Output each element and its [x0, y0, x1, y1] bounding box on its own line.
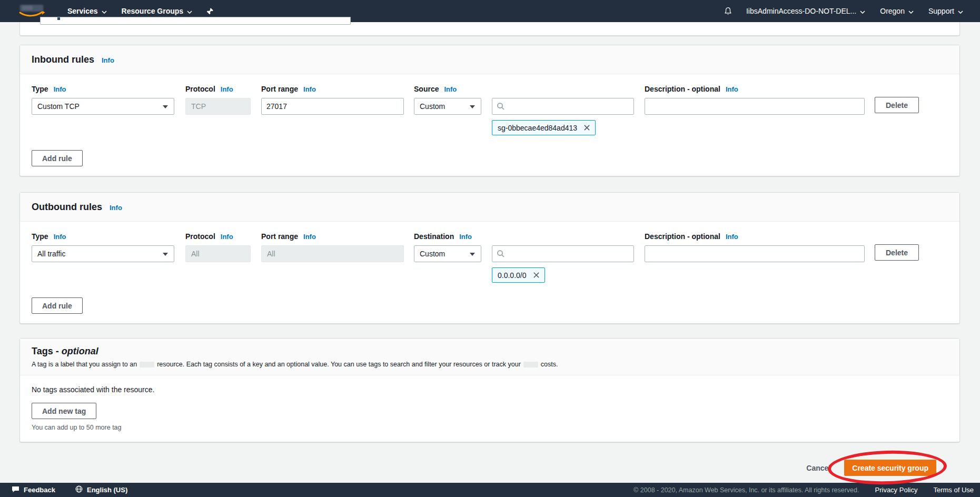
- nav-support-label: Support: [928, 7, 954, 15]
- info-link[interactable]: Info: [459, 233, 472, 241]
- outbound-rules-title: Outbound rules: [32, 202, 102, 213]
- nav-region-selector[interactable]: Oregon: [873, 0, 921, 22]
- inbound-source-select[interactable]: Custom: [414, 98, 481, 115]
- info-link[interactable]: Info: [726, 233, 738, 241]
- outbound-protocol-field: All: [185, 245, 251, 262]
- outbound-type-column: TypeInfo All traffic: [32, 232, 174, 262]
- inbound-source-tag-value: sg-0bbecae4ed84ad413: [498, 124, 577, 132]
- notifications-bell-icon[interactable]: [717, 0, 739, 22]
- inbound-source-column: SourceInfo Custom sg-0bbecae4ed84ad413: [414, 85, 634, 135]
- info-link[interactable]: Info: [110, 204, 122, 212]
- outbound-destination-controls: Custom: [414, 245, 634, 262]
- outbound-destination-tag-chip: 0.0.0.0/0: [492, 267, 545, 283]
- tags-card: Tags - optional A tag is a label that yo…: [19, 338, 960, 442]
- tag-limit-hint: You can add up to 50 more tag: [32, 424, 948, 431]
- info-link[interactable]: Info: [303, 233, 316, 241]
- inbound-type-select[interactable]: Custom TCP: [32, 98, 174, 115]
- info-link[interactable]: Info: [303, 85, 316, 93]
- outbound-rules-body: TypeInfo All traffic ProtocolInfo All Po…: [20, 222, 959, 323]
- type-label: TypeInfo: [32, 232, 174, 241]
- tags-title-optional: optional: [62, 346, 98, 356]
- chevron-down-icon: [908, 7, 914, 15]
- redacted-text-block: [140, 362, 154, 367]
- create-button-wrapper: Create security group: [844, 460, 936, 476]
- outbound-port-range-field: All: [261, 245, 404, 262]
- cancel-button[interactable]: Cancel: [806, 464, 830, 472]
- inbound-add-rule-button[interactable]: Add rule: [32, 150, 83, 166]
- info-link[interactable]: Info: [102, 56, 114, 64]
- tags-header: Tags - optional A tag is a label that yo…: [20, 339, 959, 375]
- feedback-label: Feedback: [24, 486, 55, 494]
- nav-services-label: Services: [67, 7, 98, 15]
- outbound-add-rule-button[interactable]: Add rule: [32, 297, 83, 314]
- language-selector[interactable]: English (US): [75, 485, 127, 494]
- outbound-destination-search: [492, 245, 634, 262]
- inbound-rules-header: Inbound rules Info: [20, 45, 959, 74]
- tags-description-part1: A tag is a label that you assign to an: [32, 361, 137, 368]
- info-link[interactable]: Info: [726, 85, 738, 93]
- chevron-down-icon: [958, 7, 963, 15]
- info-link[interactable]: Info: [54, 85, 66, 93]
- nav-account-menu[interactable]: IibsAdminAccess-DO-NOT-DEL...: [739, 0, 873, 22]
- copyright-text: © 2008 - 2020, Amazon Web Services, Inc.…: [633, 486, 859, 494]
- port-range-label-text: Port range: [261, 85, 298, 93]
- tags-description-part3: costs.: [541, 361, 558, 368]
- clipped-text-input[interactable]: [40, 17, 351, 25]
- inbound-description-input[interactable]: [645, 98, 865, 115]
- outbound-delete-button[interactable]: Delete: [875, 244, 919, 261]
- tags-description-part2: resource. Each tag consists of a key and…: [157, 361, 521, 368]
- search-icon: [497, 250, 505, 260]
- redacted-text-block: [523, 362, 538, 367]
- type-label: TypeInfo: [32, 85, 174, 93]
- chevron-down-icon: [860, 7, 865, 15]
- outbound-destination-select[interactable]: Custom: [414, 245, 481, 262]
- inbound-source-value: Custom: [420, 102, 445, 111]
- privacy-policy-link[interactable]: Privacy Policy: [875, 486, 918, 494]
- language-label: English (US): [87, 486, 127, 494]
- info-link[interactable]: Info: [221, 233, 233, 241]
- inbound-source-search-input[interactable]: [492, 98, 634, 115]
- inbound-port-range-input[interactable]: [261, 98, 404, 115]
- protocol-label: ProtocolInfo: [185, 232, 251, 241]
- outbound-destination-column: DestinationInfo Custom 0.0.0.0/0: [414, 232, 634, 283]
- info-link[interactable]: Info: [444, 85, 457, 93]
- tags-title: Tags - optional: [32, 346, 948, 357]
- remove-tag-x-icon[interactable]: [533, 272, 540, 279]
- outbound-type-select[interactable]: All traffic: [32, 245, 174, 262]
- outbound-description-input[interactable]: [645, 245, 865, 262]
- add-new-tag-button[interactable]: Add new tag: [32, 403, 96, 419]
- inbound-rules-card: Inbound rules Info TypeInfo Custom TCP P…: [19, 45, 960, 176]
- outbound-rules-card: Outbound rules Info TypeInfo All traffic…: [19, 192, 960, 324]
- feedback-button[interactable]: Feedback: [12, 486, 55, 494]
- inbound-protocol-field: TCP: [185, 98, 251, 115]
- outbound-rules-header: Outbound rules Info: [20, 193, 959, 222]
- chevron-down-icon: [102, 7, 107, 15]
- tags-title-text: Tags -: [32, 346, 59, 356]
- outbound-destination-value: Custom: [420, 250, 445, 258]
- select-caret-icon: [163, 253, 168, 256]
- info-link[interactable]: Info: [221, 85, 233, 93]
- info-link[interactable]: Info: [54, 233, 66, 241]
- inbound-delete-button[interactable]: Delete: [875, 97, 919, 113]
- aws-console-page: Services Resource Groups IibsAdminAccess…: [0, 0, 980, 497]
- destination-label: DestinationInfo: [414, 232, 634, 241]
- type-label-text: Type: [32, 85, 48, 93]
- protocol-label: ProtocolInfo: [185, 85, 251, 93]
- footer: Feedback English (US) © 2008 - 2020, Ama…: [0, 483, 980, 497]
- globe-icon: [75, 485, 83, 494]
- inbound-source-tag-chip: sg-0bbecae4ed84ad413: [492, 120, 596, 135]
- inbound-rules-title: Inbound rules: [32, 54, 94, 65]
- outbound-type-value: All traffic: [37, 250, 65, 258]
- create-security-group-button[interactable]: Create security group: [844, 460, 936, 476]
- terms-of-use-link[interactable]: Terms of Use: [933, 486, 974, 494]
- outbound-destination-tag-value: 0.0.0.0/0: [498, 271, 527, 280]
- port-range-label: Port rangeInfo: [261, 232, 404, 241]
- type-label-text: Type: [32, 232, 48, 241]
- speech-bubble-icon: [12, 486, 19, 494]
- nav-account-label: IibsAdminAccess-DO-NOT-DEL...: [746, 7, 856, 15]
- outbound-delete-column: Delete: [875, 232, 919, 261]
- clipped-top-card: [19, 22, 960, 36]
- outbound-destination-search-input[interactable]: [492, 245, 634, 262]
- remove-tag-x-icon[interactable]: [583, 124, 590, 131]
- nav-support-menu[interactable]: Support: [921, 0, 971, 22]
